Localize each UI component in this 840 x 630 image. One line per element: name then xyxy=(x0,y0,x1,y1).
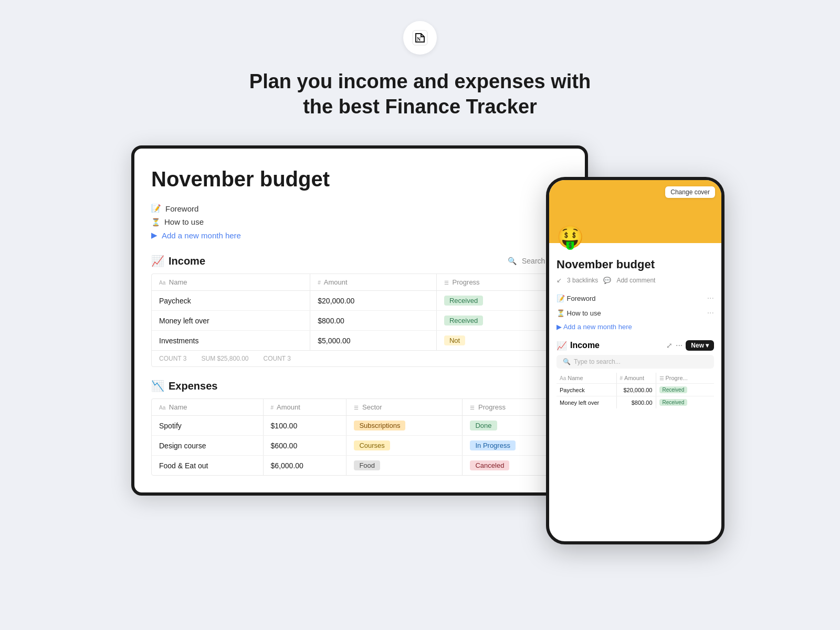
exp-col-amount: # Amount xyxy=(263,399,346,416)
devices-container: November budget 📝 Foreword ⏳ How to use … xyxy=(131,145,709,496)
income-row3-name[interactable]: Investments xyxy=(152,331,310,351)
mobile-add-month-icon: ▶ Add a new month here xyxy=(556,323,632,331)
income-title: 📈 Income xyxy=(151,255,205,267)
income-table: Aa Name # Amount ☰ Progress Paycheck $20… xyxy=(152,274,568,350)
tablet-mockup: November budget 📝 Foreword ⏳ How to use … xyxy=(131,145,588,496)
exp-col-name: Aa Name xyxy=(152,399,263,416)
mobile-table-row: Paycheck $20,000.00 Received xyxy=(556,384,714,396)
mobile-cover: Change cover 🤑 xyxy=(549,180,721,243)
comment-icon: 💬 xyxy=(603,277,611,284)
mobile-content: November budget ↙ 3 backlinks 💬 Add comm… xyxy=(549,243,721,417)
mobile-more-icon[interactable]: ··· xyxy=(676,341,682,350)
exp-row1-amount: $100.00 xyxy=(263,416,346,436)
mobile-search-bar[interactable]: 🔍 Type to search... xyxy=(556,355,714,369)
table-row: Spotify $100.00 Subscriptions Done xyxy=(152,416,568,436)
exp-row1-name[interactable]: Spotify xyxy=(152,416,263,436)
expenses-section-header: 📉 Expenses xyxy=(151,380,568,392)
mobile-col-progress: ☰Progre... xyxy=(656,373,714,384)
mobile-search-placeholder: Type to search... xyxy=(574,358,621,365)
mobile-page-items: 📝 Foreword ··· ⏳ How to use ··· ▶ Add a … xyxy=(556,292,714,332)
change-cover-button[interactable]: Change cover xyxy=(665,186,715,198)
mobile-add-month-item[interactable]: ▶ Add a new month here xyxy=(556,322,714,332)
how-to-use-item[interactable]: ⏳ How to use xyxy=(151,217,568,226)
mobile-row1-name[interactable]: Paycheck xyxy=(556,384,616,396)
exp-row2-sector: Courses xyxy=(346,436,463,456)
backlinks-text[interactable]: 3 backlinks xyxy=(567,277,598,284)
add-month-item[interactable]: ▶ Add a new month here xyxy=(151,230,568,240)
mobile-expand-icon[interactable]: ⤢ xyxy=(666,341,673,350)
exp-row3-sector: Food xyxy=(346,456,463,476)
foreword-icon: 📝 xyxy=(151,204,161,213)
mobile-page-title: November budget xyxy=(556,258,714,271)
table-row: Paycheck $20,000.00 Received xyxy=(152,291,568,311)
expenses-table-container: Aa Name # Amount ☰ Sector ☰ Progress Spo… xyxy=(151,398,568,476)
income-row3-amount: $5,000.00 xyxy=(310,331,437,351)
mobile-row2-progress: Received xyxy=(656,396,714,409)
mobile-row1-amount: $20,000.00 xyxy=(616,384,656,396)
how-to-use-label: How to use xyxy=(164,217,204,226)
income-icon: 📈 xyxy=(151,255,164,267)
hero-title: Plan you income and expenses with the be… xyxy=(249,69,591,119)
mobile-how-to-use-item[interactable]: ⏳ How to use ··· xyxy=(556,307,714,319)
mobile-mockup: Change cover 🤑 November budget ↙ 3 backl… xyxy=(546,177,724,544)
exp-row3-amount: $6,000.00 xyxy=(263,456,346,476)
search-icon: 🔍 xyxy=(508,257,517,265)
income-col-amount: # Amount xyxy=(310,274,437,291)
add-month-arrow: ▶ xyxy=(151,230,158,240)
mobile-row2-name[interactable]: Money left over xyxy=(556,396,616,409)
mobile-income-actions: ⤢ ··· New ▾ xyxy=(666,340,714,351)
search-label[interactable]: Search xyxy=(522,257,545,265)
mobile-foreword-icon: 📝 Foreword xyxy=(556,295,596,302)
mobile-income-table: AaName #Amount ☰Progre... Paycheck $20,0… xyxy=(556,373,714,408)
mobile-foreword-item[interactable]: 📝 Foreword ··· xyxy=(556,292,714,304)
mobile-backlinks: ↙ 3 backlinks 💬 Add comment xyxy=(556,277,714,284)
income-count2: COUNT 3 xyxy=(264,355,291,362)
mobile-row2-amount: $800.00 xyxy=(616,396,656,409)
exp-row1-sector: Subscriptions xyxy=(346,416,463,436)
mobile-how-to-use-icon: ⏳ How to use xyxy=(556,309,601,317)
income-col-name: Aa Name xyxy=(152,274,310,291)
mobile-income-icon: 📈 xyxy=(556,341,567,351)
page-items-list: 📝 Foreword ⏳ How to use ▶ Add a new mont… xyxy=(151,204,568,240)
mobile-income-section-header: 📈 Income ⤢ ··· New ▾ xyxy=(556,340,714,351)
expenses-title: 📉 Expenses xyxy=(151,380,217,392)
table-row: Money left over $800.00 Received xyxy=(152,311,568,331)
exp-row3-name[interactable]: Food & Eat out xyxy=(152,456,263,476)
add-month-label: Add a new month here xyxy=(162,231,241,240)
income-section-header: 📈 Income 🔍 Search ⤢ ··· xyxy=(151,255,568,267)
exp-row2-amount: $600.00 xyxy=(263,436,346,456)
mobile-new-button[interactable]: New ▾ xyxy=(686,340,714,351)
mobile-table-row: Money left over $800.00 Received xyxy=(556,396,714,409)
income-table-container: Aa Name # Amount ☰ Progress Paycheck $20… xyxy=(151,274,568,367)
expenses-icon: 📉 xyxy=(151,380,164,392)
notion-logo: N xyxy=(403,21,437,55)
how-to-use-icon: ⏳ xyxy=(151,218,160,226)
income-table-footer: COUNT 3 SUM $25,800.00 COUNT 3 xyxy=(152,350,568,366)
table-row: Investments $5,000.00 Not xyxy=(152,331,568,351)
backlink-icon: ↙ xyxy=(556,277,562,284)
how-to-use-dots[interactable]: ··· xyxy=(707,308,714,318)
page-title: November budget xyxy=(151,167,568,191)
expenses-table: Aa Name # Amount ☰ Sector ☰ Progress Spo… xyxy=(152,399,568,475)
mobile-emoji: 🤑 xyxy=(556,226,584,248)
add-comment-text[interactable]: Add comment xyxy=(616,277,655,284)
income-sum: SUM $25,800.00 xyxy=(201,355,248,362)
income-row1-amount: $20,000.00 xyxy=(310,291,437,311)
table-row: Food & Eat out $6,000.00 Food Canceled xyxy=(152,456,568,476)
mobile-search-icon: 🔍 xyxy=(563,358,571,365)
svg-text:N: N xyxy=(417,36,421,42)
mobile-dropdown-icon: ▾ xyxy=(706,342,709,349)
income-row1-name[interactable]: Paycheck xyxy=(152,291,310,311)
mobile-income-title: 📈 Income xyxy=(556,341,600,351)
income-row2-amount: $800.00 xyxy=(310,311,437,331)
table-row: Design course $600.00 Courses In Progres… xyxy=(152,436,568,456)
income-row2-name[interactable]: Money left over xyxy=(152,311,310,331)
foreword-dots[interactable]: ··· xyxy=(707,293,714,303)
mobile-row1-progress: Received xyxy=(656,384,714,396)
mobile-col-amount: #Amount xyxy=(616,373,656,384)
income-count: COUNT 3 xyxy=(159,355,186,362)
foreword-label: Foreword xyxy=(165,204,198,213)
foreword-item[interactable]: 📝 Foreword xyxy=(151,204,568,213)
exp-col-sector: ☰ Sector xyxy=(346,399,463,416)
exp-row2-name[interactable]: Design course xyxy=(152,436,263,456)
